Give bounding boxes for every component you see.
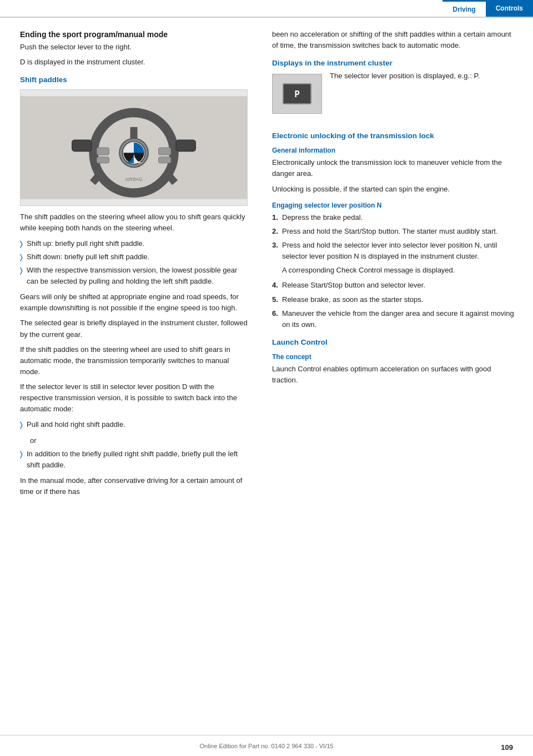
page-number: 109 [501, 743, 513, 752]
svg-rect-13 [159, 148, 171, 155]
left-column: Ending the sport program/manual mode Pus… [0, 29, 261, 501]
bullet-arrow-icon: 〉 [20, 239, 22, 250]
shift-paddles-body4: If the shift paddles on the steering whe… [20, 344, 248, 377]
list-item: 3. Press and hold the selector lever int… [272, 240, 516, 276]
list-item: 2. Press and hold the Start/Stop button.… [272, 226, 516, 237]
list-item: 〉 With the respective transmission versi… [20, 265, 248, 287]
shift-paddles-body6: In the manual mode, after conservative d… [20, 475, 248, 497]
displays-section: Displays in the instrument cluster P The… [272, 59, 516, 118]
list-item: 5. Release brake, as soon as the starter… [272, 294, 516, 305]
bullet-arrow-icon: 〉 [20, 265, 22, 276]
svg-rect-14 [159, 157, 171, 163]
electronic-unlocking-heading: Electronic unlocking of the transmission… [272, 132, 516, 140]
bullet-arrow-icon: 〉 [20, 420, 22, 431]
ending-sport-para2: D is displayed in the instrument cluster… [20, 57, 248, 68]
list-item: 〉 Shift up: briefly pull right shift pad… [20, 238, 248, 250]
list-item: 〉 In addition to the briefly pulled righ… [20, 448, 248, 471]
svg-rect-9 [176, 140, 195, 151]
engaging-selector-subheading: Engaging selector lever position N [272, 201, 516, 209]
launch-control-section: Launch Control The concept Launch Contro… [272, 338, 516, 386]
electronic-unlocking-section: Electronic unlocking of the transmission… [272, 132, 516, 330]
bullet-arrow-icon: 〉 [20, 252, 22, 263]
bullet-arrow-icon: 〉 [20, 449, 22, 460]
check-control-note: A corresponding Check Control message is… [282, 265, 516, 276]
engaging-steps-list: 1. Depress the brake pedal. 2. Press and… [272, 212, 516, 330]
svg-text:AIRBAG: AIRBAG [125, 177, 142, 183]
list-item: 6. Maneuver the vehicle from the danger … [272, 308, 516, 330]
shift-paddles-section: Shift paddles [20, 75, 248, 497]
driving-label: Driving [452, 6, 475, 13]
right-column: been no acceleration or shifting of the … [261, 29, 533, 501]
shift-paddles-heading: Shift paddles [20, 75, 248, 84]
displays-content: P The selector lever position is display… [272, 70, 516, 118]
shift-paddles-bullets1: 〉 Shift up: briefly pull right shift pad… [20, 238, 248, 288]
page-header: Driving Controls [0, 0, 533, 18]
launch-control-body1: Launch Control enables optimum accelerat… [272, 364, 516, 386]
shift-paddles-body1: The shift paddles on the steering wheel … [20, 211, 248, 234]
shift-paddles-body3: The selected gear is briefly displayed i… [20, 317, 248, 340]
list-item: 4. Release Start/Stop button and selecto… [272, 280, 516, 291]
page-content: Ending the sport program/manual mode Pus… [0, 18, 533, 523]
list-item: 1. Depress the brake pedal. [272, 212, 516, 223]
electronic-body2: Unlocking is possible, if the started ca… [272, 184, 516, 195]
shift-paddles-bullets3: 〉 In addition to the briefly pulled righ… [20, 448, 248, 471]
general-information-subheading: General information [272, 147, 516, 154]
page-footer: Online Edition for Part no. 0140 2 964 3… [0, 735, 533, 756]
shift-paddles-bullets2: 〉 Pull and hold right shift paddle. [20, 419, 248, 431]
body-cont: been no acceleration or shifting of the … [272, 29, 516, 51]
concept-subheading: The concept [272, 353, 516, 361]
instrument-cluster-image: P [272, 74, 322, 114]
list-item: 〉 Pull and hold right shift paddle. [20, 419, 248, 431]
or-text: or [30, 435, 248, 446]
ending-sport-para1: Push the selector lever to the right. [20, 42, 248, 53]
header-controls-tab: Controls [486, 0, 533, 17]
footer-text: Online Edition for Part no. 0140 2 964 3… [200, 743, 334, 749]
controls-label: Controls [496, 4, 523, 12]
displays-heading: Displays in the instrument cluster [272, 59, 516, 67]
svg-rect-8 [72, 140, 92, 151]
electronic-body1: Electronically unlock the transmission l… [272, 157, 516, 179]
list-item: 〉 Shift down: briefly pull left shift pa… [20, 251, 248, 263]
header-driving-tab: Driving [443, 0, 485, 17]
ending-sport-heading: Ending the sport program/manual mode [20, 30, 248, 39]
svg-rect-12 [97, 157, 109, 163]
p-display: P [283, 83, 311, 104]
ending-sport-section: Ending the sport program/manual mode Pus… [20, 30, 248, 68]
svg-rect-11 [97, 148, 109, 155]
shift-paddles-body5: If the selector lever is still in select… [20, 381, 248, 415]
shift-paddles-body2: Gears will only be shifted at appropriat… [20, 291, 248, 314]
steering-wheel-image: AIRBAG [20, 89, 248, 206]
launch-control-heading: Launch Control [272, 338, 516, 346]
